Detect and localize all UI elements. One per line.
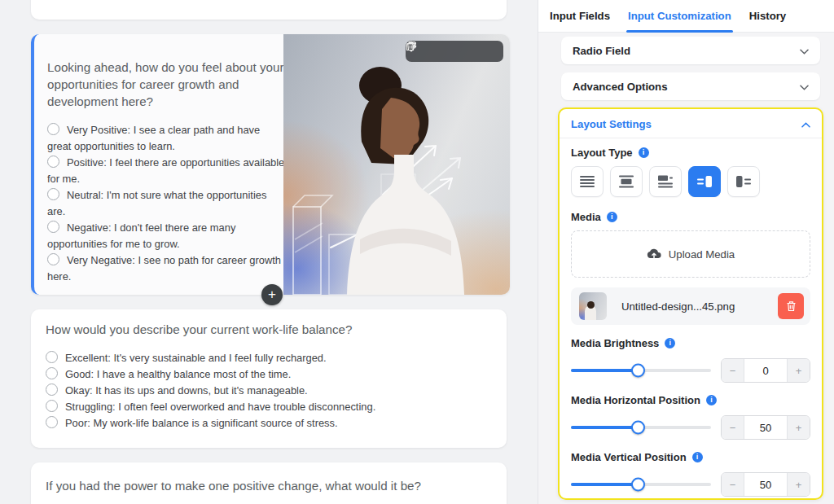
accordion-radio-field[interactable]: Radio Field: [561, 37, 820, 64]
stepper-value: 50: [744, 416, 787, 439]
panel-tab-bar: Input Fields Input Customization History: [538, 0, 834, 33]
slider-track[interactable]: [571, 483, 711, 486]
option-label: Neutral: I'm not sure what the opportuni…: [47, 189, 266, 217]
option-label: Negative: I don't feel there are many op…: [47, 221, 235, 250]
layout-type-image-top-button[interactable]: [649, 166, 682, 197]
stepper-decrement-button[interactable]: −: [722, 473, 744, 496]
question-text: Looking ahead, how do you feel about you…: [47, 59, 285, 110]
slider-fill: [571, 483, 639, 486]
slider-label-row: Media Brightness i: [571, 337, 810, 349]
question-text: If you had the power to make one positiv…: [46, 477, 492, 494]
slider-group: Media Brightness i −: [571, 337, 810, 382]
radio-button[interactable]: [46, 416, 58, 428]
radio-button[interactable]: [47, 221, 59, 233]
stepper-value: 50: [744, 473, 787, 496]
radio-option: Excellent: It's very sustainable and I f…: [46, 350, 492, 366]
upload-media-button[interactable]: Upload Media: [571, 230, 810, 278]
stepper-decrement-button[interactable]: −: [722, 359, 744, 382]
accordion-layout-settings[interactable]: Layout Settings: [560, 109, 822, 138]
question-text: How would you describe your current work…: [46, 321, 492, 338]
option-label: Very Positive: I see a clear path and ha…: [47, 124, 260, 152]
option-label: Struggling: I often feel overworked and …: [65, 401, 375, 413]
accordion-label: Advanced Options: [573, 81, 668, 93]
tab-input-fields[interactable]: Input Fields: [550, 0, 610, 33]
radio-option: Okay: It has its ups and downs, but it's…: [46, 383, 492, 399]
form-builder-screen: Looking ahead, how do you feel about you…: [0, 0, 834, 504]
radio-button[interactable]: [46, 367, 58, 379]
radio-option: Neutral: I'm not sure what the opportuni…: [47, 187, 285, 220]
layout-type-text-only-button[interactable]: [571, 166, 604, 197]
accordion-advanced-options[interactable]: Advanced Options: [561, 72, 820, 100]
info-icon[interactable]: i: [665, 338, 675, 348]
radio-button[interactable]: [46, 351, 58, 363]
slider-track[interactable]: [571, 426, 711, 429]
slider-fill: [571, 369, 639, 372]
layout-type-image-center-button[interactable]: [610, 166, 643, 197]
radio-button[interactable]: [46, 383, 58, 396]
info-icon[interactable]: i: [639, 147, 649, 158]
accordion-label: Layout Settings: [571, 118, 652, 130]
info-icon[interactable]: i: [692, 452, 703, 462]
layout-type-label: Layout Type: [571, 147, 633, 159]
number-stepper: − 50 +: [721, 472, 810, 497]
slider-thumb[interactable]: [631, 478, 645, 492]
slider-label: Media Brightness: [571, 337, 659, 349]
form-card-change-question[interactable]: If you had the power to make one positiv…: [31, 462, 507, 504]
option-label: Excellent: It's very sustainable and I f…: [65, 352, 327, 364]
file-thumbnail: [579, 292, 607, 320]
customization-panel: Input Fields Input Customization History…: [538, 0, 834, 504]
media-label: Media: [571, 211, 601, 223]
radio-option: Poor: My work-life balance is a signific…: [46, 415, 492, 432]
info-icon[interactable]: i: [706, 395, 717, 405]
image-toolbar: [406, 41, 503, 62]
cloud-upload-icon: [647, 247, 661, 262]
stepper-increment-button[interactable]: +: [787, 359, 810, 382]
upload-media-label: Upload Media: [669, 248, 735, 261]
radio-button[interactable]: [47, 188, 59, 200]
option-label: Good: I have a healthy balance most of t…: [65, 368, 291, 380]
number-stepper: − 0 +: [721, 358, 810, 383]
stepper-value: 0: [744, 359, 787, 382]
tab-history[interactable]: History: [749, 0, 786, 33]
layout-type-label-row: Layout Type i: [571, 147, 810, 159]
form-preview-panel: Looking ahead, how do you feel about you…: [0, 0, 538, 504]
field-media-image: [283, 34, 510, 295]
slider-group: Media Horizontal Position i: [571, 394, 810, 439]
layout-settings-section: Layout Settings Layout Type i: [558, 107, 823, 500]
uploaded-file-row: Untitled-design...45.png: [571, 287, 810, 325]
radio-button[interactable]: [47, 253, 59, 265]
stepper-decrement-button[interactable]: −: [722, 416, 744, 439]
option-label: Very Negative: I see no path for career …: [47, 254, 281, 283]
file-name: Untitled-design...45.png: [621, 300, 778, 313]
radio-option-list: Very Positive: I see a clear path and ha…: [47, 122, 285, 285]
slider-track[interactable]: [571, 369, 711, 372]
slider-label: Media Vertical Position: [571, 451, 687, 463]
option-label: Positive: I feel there are opportunities…: [47, 156, 284, 185]
radio-option: Very Positive: I see a clear path and ha…: [47, 122, 285, 155]
radio-option: Negative: I don't feel there are many op…: [47, 220, 285, 252]
stepper-increment-button[interactable]: +: [787, 473, 810, 496]
radio-option: Positive: I feel there are opportunities…: [47, 155, 285, 187]
add-field-button[interactable]: +: [261, 284, 283, 305]
layout-type-image-right-button[interactable]: [688, 166, 721, 197]
radio-button[interactable]: [46, 400, 58, 412]
tab-input-customization[interactable]: Input Customization: [628, 0, 731, 33]
slider-thumb[interactable]: [631, 421, 645, 435]
chevron-down-icon: [800, 79, 809, 94]
form-card-career-question[interactable]: Looking ahead, how do you feel about you…: [31, 34, 510, 295]
radio-button[interactable]: [47, 123, 59, 135]
radio-button[interactable]: [47, 156, 59, 168]
delete-file-button[interactable]: [778, 293, 804, 319]
form-card-balance-question[interactable]: How would you describe your current work…: [31, 309, 507, 448]
radio-option: Struggling: I often feel overworked and …: [46, 399, 492, 415]
slider-thumb[interactable]: [631, 364, 645, 378]
layout-type-image-left-button[interactable]: [727, 166, 760, 197]
chevron-up-icon: [801, 116, 810, 131]
chevron-down-icon: [800, 43, 809, 58]
accordion-label: Radio Field: [573, 45, 630, 57]
stepper-increment-button[interactable]: +: [787, 416, 810, 439]
form-card-partial-top[interactable]: [31, 0, 507, 20]
slider-group: Media Vertical Position i: [571, 451, 810, 496]
radio-option-list: Excellent: It's very sustainable and I f…: [46, 350, 492, 432]
info-icon[interactable]: i: [607, 212, 617, 222]
